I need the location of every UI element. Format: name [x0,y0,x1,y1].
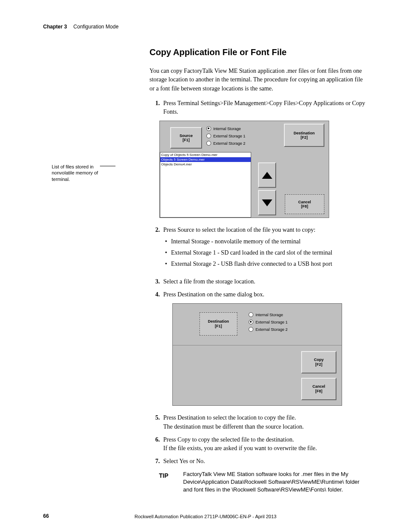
step-4-text: Press Destination on the same dialog box… [163,290,368,299]
step-7-text: Select Yes or No. [163,457,368,466]
radio-internal-storage[interactable]: Internal Storage [206,126,246,131]
arrow-up-icon [262,172,272,179]
step-number: 7. [149,457,160,466]
cancel-button-key: [F8] [315,389,323,394]
radio-external-storage-1[interactable]: External Storage 1 [249,320,288,324]
destination-button-key: [F1] [215,324,222,329]
section-heading: Copy Application File or Font File [149,47,368,57]
step-2-bullet-c: External Storage 2 - USB flash drive con… [163,260,368,268]
step-number: 1. [149,99,160,117]
cancel-button[interactable]: Cancel [F8] [285,194,324,214]
source-dialog-screenshot: Source [F1] Internal Storage External St… [159,121,329,218]
radio-icon [249,320,253,324]
tip-block: TIP FactoryTalk View ME Station software… [159,470,368,494]
destination-button-label: Destination [293,131,314,136]
cancel-button-label: Cancel [298,200,311,205]
destination-button-label: Destination [208,319,229,324]
radio-internal-storage[interactable]: Internal Storage [249,312,288,317]
step-2-bullet-a: Internal Storage - nonvolatile memory of… [163,237,368,246]
step-number: 2. [149,226,160,273]
step-2-bullet-b: External Storage 1 - SD card loaded in t… [163,249,368,257]
radio-external-storage-2[interactable]: External Storage 2 [249,327,288,332]
radio-icon [206,126,211,131]
radio-icon [206,134,211,138]
destination-button-key: [F2] [301,135,308,140]
destination-button[interactable]: Destination [F2] [284,124,324,147]
arrow-down-icon [262,199,272,206]
file-list-item-selected[interactable]: Objects 5 Screen Demo.mer [160,157,251,162]
running-head: Chapter 3 Configuration Mode [43,24,368,30]
step-5-text-b: The destination must be different than t… [163,423,304,430]
step-3-text: Select a file from the storage location. [163,277,368,286]
cancel-button-label: Cancel [312,384,325,389]
destination-dialog-screenshot: Destination [F1] Internal Storage Extern… [172,303,342,406]
chapter-label: Chapter 3 [43,24,67,30]
source-button-key: [F1] [183,138,190,143]
radio-icon [249,312,253,317]
copy-button[interactable]: Copy [F2] [301,351,336,373]
cancel-button-key: [F8] [301,204,308,209]
scroll-down-button[interactable] [258,190,276,215]
step-number: 6. [149,436,160,453]
radio-icon [206,141,211,146]
file-list-item[interactable]: Objects Demo4.mer [160,162,251,167]
step-number: 4. [149,290,160,299]
step-5-text-a: Press Destination to select the location… [163,414,296,421]
radio-external-storage-1[interactable]: External Storage 1 [206,134,246,138]
tip-label: TIP [159,470,183,494]
radio-icon [249,327,253,332]
footer-publication: Rockwell Automation Publication 2711P-UM… [0,514,411,519]
step-number: 3. [149,277,160,286]
step-6-text-b: If the file exists, you are asked if you… [163,445,317,451]
scroll-up-button[interactable] [258,162,276,188]
step-2-text: Press Source to select the location of t… [163,227,315,233]
copy-button-label: Copy [314,358,324,362]
side-caption: List of files stored in nonvolatile memo… [52,164,103,182]
cancel-button[interactable]: Cancel [F8] [301,378,336,400]
step-6-text-a: Press Copy to copy the selected file to … [163,436,294,443]
destination-button[interactable]: Destination [F1] [199,312,237,336]
source-button-label: Source [180,134,193,138]
source-button[interactable]: Source [F1] [170,127,202,149]
file-list-item[interactable]: Copy of Objects 5 Screen Demo.mer [160,152,251,157]
step-number: 5. [149,414,160,431]
radio-external-storage-2[interactable]: External Storage 2 [206,141,246,146]
tip-text: FactoryTalk View ME Station software loo… [183,470,368,494]
file-list[interactable]: Copy of Objects 5 Screen Demo.mer Object… [160,152,251,218]
step-1-text: Press Terminal Settings>File Management>… [163,99,368,117]
section-label: Configuration Mode [73,24,118,30]
caption-leader-line [100,166,115,166]
copy-button-key: [F2] [315,362,323,367]
intro-paragraph: You can copy FactoryTalk View ME Station… [149,67,368,93]
